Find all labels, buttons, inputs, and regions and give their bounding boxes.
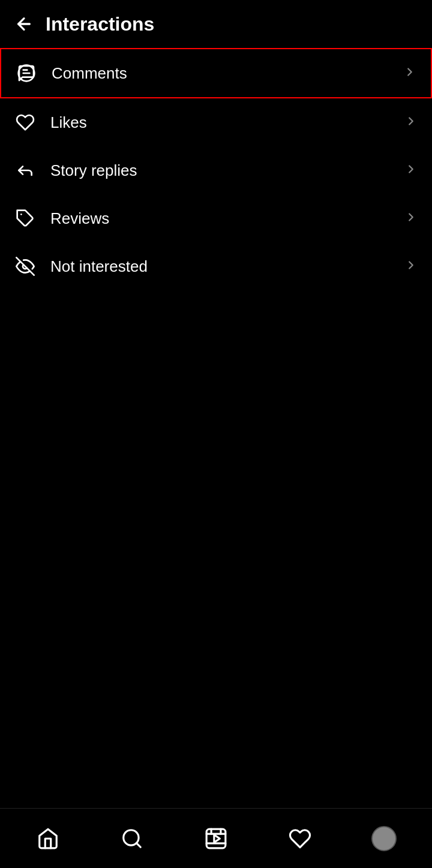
page-title: Interactions [46,13,154,35]
search-icon [121,827,143,850]
svg-line-4 [136,843,140,847]
heart-nav-icon [289,827,311,850]
home-icon [37,827,59,850]
menu-item-story-replies[interactable]: Story replies [0,146,432,194]
not-interested-icon [14,256,36,277]
reply-icon [14,160,36,181]
menu-item-left-story-replies: Story replies [14,160,137,181]
not-interested-label: Not interested [50,257,148,276]
heart-icon [14,112,36,133]
nav-activity[interactable] [282,821,318,857]
reels-icon [205,827,227,850]
comments-label: Comments [52,64,127,83]
comment-icon [16,62,37,84]
likes-label: Likes [50,113,87,132]
bottom-navigation [0,808,432,868]
menu-item-not-interested[interactable]: Not interested [0,242,432,290]
tag-icon [14,208,36,229]
back-button[interactable] [12,12,36,36]
nav-profile[interactable] [366,821,402,857]
nav-search[interactable] [114,821,150,857]
profile-avatar [371,826,397,851]
header: Interactions [0,0,432,48]
menu-item-comments[interactable]: Comments [0,48,432,98]
interactions-menu: Comments Likes [0,48,432,290]
menu-item-left-comments: Comments [16,62,127,84]
reviews-chevron [404,211,418,226]
svg-marker-6 [214,834,220,842]
menu-item-left-likes: Likes [14,112,87,133]
likes-chevron [404,115,418,130]
svg-rect-5 [206,829,226,848]
story-replies-label: Story replies [50,161,137,180]
comments-chevron [403,65,416,81]
reviews-label: Reviews [50,209,109,228]
menu-item-left-not-interested: Not interested [14,256,148,277]
not-interested-chevron [404,259,418,274]
menu-item-left-reviews: Reviews [14,208,109,229]
menu-item-likes[interactable]: Likes [0,98,432,146]
story-replies-chevron [404,163,418,178]
nav-reels[interactable] [198,821,234,857]
menu-item-reviews[interactable]: Reviews [0,194,432,242]
nav-home[interactable] [30,821,66,857]
